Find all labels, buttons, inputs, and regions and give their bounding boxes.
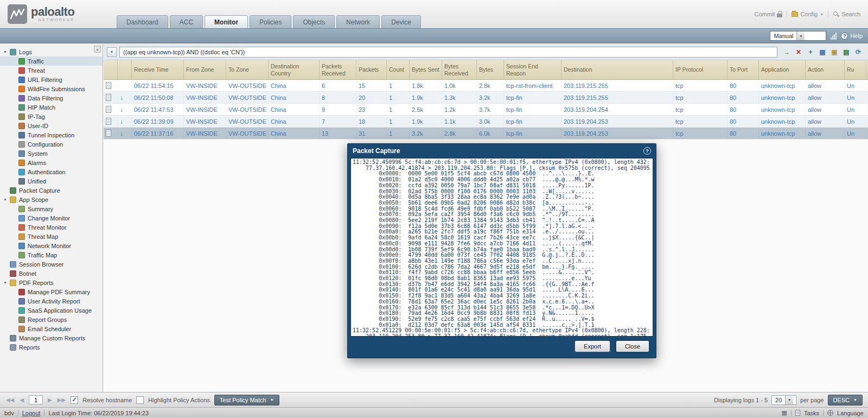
add-filter-icon[interactable]: + — [806, 48, 815, 56]
tree-collapse-icon[interactable]: ▼ — [3, 198, 10, 201]
commit-button[interactable]: Commit — [755, 11, 783, 17]
tree-collapse-icon[interactable]: ▼ — [3, 281, 10, 284]
cell-to-zone[interactable]: VW-OUTSIDE — [226, 104, 269, 115]
cell-application[interactable]: unknown-tcp — [759, 128, 806, 139]
tab-acc[interactable]: ACC — [170, 15, 203, 28]
sidebar-item-packet-capture[interactable]: Packet Capture — [0, 186, 103, 195]
cell-from-zone[interactable]: VW-INSIDE — [184, 80, 226, 91]
sidebar-item-reports[interactable]: Reports — [0, 343, 103, 352]
sidebar-item-ip-tag[interactable]: IP-Tag — [0, 112, 103, 121]
cell-dest-country[interactable]: China — [269, 92, 320, 103]
cell-packets-received[interactable]: 13 — [320, 128, 356, 139]
filter-menu-icon[interactable]: ▼ — [107, 47, 117, 57]
test-policy-match-button[interactable]: Test Policy Match ▼ — [214, 395, 279, 406]
sidebar-item-botnet[interactable]: Botnet — [0, 269, 103, 278]
cell-to-port[interactable]: 80 — [727, 116, 759, 127]
column-header-bytes-received[interactable]: Bytes Received — [442, 60, 477, 79]
refresh-icon[interactable]: ⟳ — [854, 48, 863, 56]
cell-ip-protocol[interactable]: tcp — [673, 128, 727, 139]
sidebar-item-manage-pdf-summary[interactable]: Manage PDF Summary — [0, 287, 103, 296]
cell-count[interactable]: 1 — [387, 80, 410, 91]
next-page-icon[interactable]: ▶ — [47, 397, 53, 403]
cell-to-port[interactable]: 80 — [727, 80, 759, 91]
tab-monitor[interactable]: Monitor — [205, 15, 248, 28]
tab-objects[interactable]: Objects — [293, 15, 335, 28]
cell-bytes-sent[interactable]: 3.2k — [410, 128, 442, 139]
column-header-application[interactable]: Application — [759, 60, 806, 79]
save-filter-icon[interactable]: ▦ — [818, 48, 827, 56]
cell-destination[interactable]: 203.119.215.255 — [561, 80, 673, 91]
close-button[interactable]: Close — [616, 340, 649, 352]
resolve-hostname-checkbox[interactable]: ✓ — [71, 396, 78, 404]
cell-bytes-received[interactable]: 1.0k — [442, 80, 477, 91]
sort-order-select[interactable]: DESC ▼ — [828, 395, 863, 406]
load-filter-icon[interactable]: ▣ — [830, 48, 839, 56]
sidebar-item-traffic-map[interactable]: Traffic Map — [0, 250, 103, 259]
help-button[interactable]: ? Help — [841, 33, 863, 40]
cell-action[interactable]: allow — [806, 80, 845, 91]
log-detail-icon[interactable] — [106, 94, 111, 101]
cell-bytes-received[interactable]: 2.8k — [442, 128, 477, 139]
sidebar-item-unified[interactable]: Unified — [0, 176, 103, 186]
column-header-ip-protocol[interactable]: IP Protocol — [673, 60, 727, 79]
cell-rule[interactable]: Un — [845, 80, 866, 91]
tab-policies[interactable]: Policies — [250, 15, 291, 28]
cell-application[interactable]: unknown-tcp — [759, 116, 806, 127]
cell-ip-protocol[interactable]: tcp — [673, 116, 727, 127]
cell-destination[interactable]: 203.119.215.255 — [561, 92, 673, 103]
column-header-pcap[interactable] — [118, 60, 132, 79]
sidebar-item-network-monitor[interactable]: Network Monitor — [0, 241, 103, 250]
tab-network[interactable]: Network — [336, 15, 380, 28]
cell-count[interactable]: 1 — [387, 128, 410, 139]
sidebar-item-wildfire-submissions[interactable]: WildFire Submissions — [0, 84, 103, 93]
packet-capture-download-icon[interactable]: ↓ — [120, 106, 123, 113]
export-button[interactable]: Export — [575, 340, 610, 352]
tasks-button[interactable]: Tasks — [804, 410, 819, 416]
prev-page-icon[interactable]: ◀ — [19, 397, 24, 403]
packet-capture-output[interactable]: 11:32:52.450996 5c:f4:ab:cb:c6:7d > 00:0… — [350, 158, 653, 337]
language-button[interactable]: Language — [837, 410, 864, 416]
clear-filter-icon[interactable]: ✕ — [794, 48, 803, 56]
export-icon[interactable]: ▤ — [842, 48, 851, 56]
cell-bytes[interactable]: 6.0k — [477, 128, 504, 139]
sidebar-item-session-browser[interactable]: Session Browser — [0, 259, 103, 269]
cell-bytes-received[interactable]: 1.1k — [442, 116, 477, 127]
sidebar-item-hip-match[interactable]: HIP Match — [0, 103, 103, 112]
sidebar-item-summary[interactable]: Summary — [0, 204, 103, 213]
cell-receive-time[interactable]: 06/22 11:39:09 — [132, 116, 184, 127]
sidebar-item-saas-application-usage[interactable]: SaaS Application Usage — [0, 306, 103, 315]
log-table-row[interactable]: ↓06/22 11:39:09VW-INSIDEVW-OUTSIDEChina7… — [104, 116, 868, 128]
sidebar-item-configuration[interactable]: Configuration — [0, 140, 103, 149]
sidebar-item-traffic[interactable]: Traffic — [0, 56, 103, 66]
cell-rule[interactable]: Un — [845, 104, 866, 115]
cell-action[interactable]: allow — [806, 116, 845, 127]
tree-collapse-icon[interactable]: ▼ — [3, 50, 10, 54]
column-header-destination[interactable]: Destination — [561, 60, 673, 79]
column-header-count[interactable]: Count — [387, 60, 410, 79]
cell-bytes[interactable]: 3.7k — [477, 104, 504, 115]
sidebar-item-user-id[interactable]: User-ID — [0, 121, 103, 130]
cell-session-end-reason[interactable]: tcp-fin — [504, 128, 561, 139]
cell-bytes-sent[interactable]: 1.8k — [410, 80, 442, 91]
highlight-policy-actions-checkbox[interactable] — [136, 396, 144, 404]
cell-bytes-received[interactable]: 1.3k — [442, 92, 477, 103]
sidebar-item-logs[interactable]: ▼Logs — [0, 47, 103, 56]
cell-action[interactable]: allow — [806, 104, 845, 115]
column-header-packets-received[interactable]: Packets Received — [320, 60, 356, 79]
column-header-session-end-reason[interactable]: Session End Reason — [504, 60, 561, 79]
log-table-row[interactable]: ↓06/22 11:37:16VW-INSIDEVW-OUTSIDEChina1… — [104, 128, 868, 140]
sidebar-item-alarms[interactable]: Alarms — [0, 158, 103, 167]
packet-capture-download-icon[interactable]: ↓ — [120, 130, 123, 137]
cell-rule[interactable]: Un — [845, 92, 866, 103]
cell-receive-time[interactable]: 06/22 11:37:16 — [132, 128, 184, 139]
tab-dashboard[interactable]: Dashboard — [117, 15, 168, 28]
cell-packets[interactable]: 31 — [356, 128, 387, 139]
cell-bytes-sent[interactable]: 2.5k — [410, 104, 442, 115]
cell-from-zone[interactable]: VW-INSIDE — [184, 92, 226, 103]
cell-packets[interactable]: 15 — [356, 80, 387, 91]
logout-link[interactable]: Logout — [22, 410, 41, 416]
cell-ip-protocol[interactable]: tcp — [673, 80, 727, 91]
cell-session-end-reason[interactable]: tcp-fin — [504, 104, 561, 115]
cell-dest-country[interactable]: China — [269, 116, 320, 127]
cell-to-zone[interactable]: VW-OUTSIDE — [226, 116, 269, 127]
